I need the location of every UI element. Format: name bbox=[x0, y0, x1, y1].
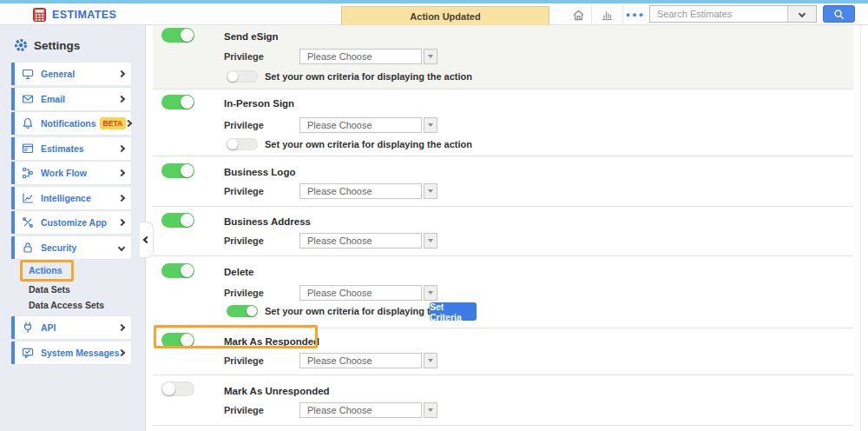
privilege-select-arrow-button[interactable] bbox=[424, 233, 437, 249]
privilege-label: Privilege bbox=[224, 186, 264, 196]
action-label: Delete bbox=[224, 267, 254, 277]
header-separator bbox=[622, 5, 623, 23]
toggle-knob bbox=[162, 382, 175, 395]
api-icon bbox=[22, 322, 34, 334]
action-row-delete: DeletePrivilegePlease ChooseSet your own… bbox=[153, 256, 853, 328]
privilege-select-arrow-button[interactable] bbox=[424, 402, 437, 418]
chevron-right-icon bbox=[125, 120, 132, 127]
criteria-toggle[interactable] bbox=[227, 70, 258, 83]
privilege-label: Privilege bbox=[224, 405, 264, 415]
sidebar-item-label: General bbox=[41, 69, 75, 79]
chevron-right-icon bbox=[118, 95, 125, 102]
privilege-select[interactable]: Please Choose bbox=[299, 117, 422, 133]
header: ESTIMATES Action Updated ●●● bbox=[0, 3, 868, 25]
sidebar-item-label: Intelligence bbox=[41, 193, 91, 203]
intelligence-icon bbox=[22, 192, 34, 204]
search-icon bbox=[833, 9, 845, 20]
action-label: In-Person Sign bbox=[224, 98, 294, 109]
dropdown-arrow-icon bbox=[428, 239, 433, 242]
sidebar-item-estimates[interactable]: Estimates bbox=[11, 137, 131, 160]
home-icon bbox=[571, 8, 586, 22]
privilege-label: Privilege bbox=[224, 355, 264, 366]
privilege-select[interactable]: Please Choose bbox=[299, 49, 422, 64]
action-toggle[interactable] bbox=[161, 95, 194, 109]
chevron-right-icon bbox=[118, 194, 125, 201]
sidebar-item-email[interactable]: Email bbox=[11, 88, 131, 110]
scrollbar-track[interactable] bbox=[860, 25, 861, 431]
collapse-sidebar-handle[interactable] bbox=[140, 222, 154, 258]
home-button[interactable] bbox=[567, 4, 589, 24]
sidebar-item-label: System Messages bbox=[41, 348, 119, 358]
search-dropdown-toggle[interactable] bbox=[787, 6, 816, 22]
sidebar-item-general[interactable]: General bbox=[11, 63, 131, 85]
sidebar-item-notifications[interactable]: NotificationsBETA bbox=[11, 112, 131, 135]
sidebar-item-work-flow[interactable]: Work Flow bbox=[11, 162, 131, 184]
chevron-down-icon bbox=[799, 10, 806, 17]
sidebar-item-system-messages[interactable]: System Messages bbox=[11, 341, 131, 364]
sidebar-item-intelligence[interactable]: Intelligence bbox=[11, 187, 131, 209]
toggle-knob bbox=[181, 96, 194, 109]
privilege-select-arrow-button[interactable] bbox=[424, 117, 437, 133]
sidebar-item-api[interactable]: API bbox=[11, 316, 131, 339]
calculator-icon bbox=[33, 8, 46, 22]
settings-title: Settings bbox=[34, 39, 80, 52]
privilege-select-arrow-button[interactable] bbox=[424, 183, 437, 199]
action-toggle[interactable] bbox=[161, 163, 194, 178]
search-input[interactable] bbox=[650, 6, 787, 22]
chevron-left-icon bbox=[142, 236, 149, 243]
action-row-business-address: Business AddressPrivilegePlease Choose bbox=[153, 207, 853, 256]
sidebar-subitem-actions[interactable]: Actions bbox=[29, 265, 62, 275]
estimates-icon bbox=[22, 143, 34, 155]
sidebar-item-customize-app[interactable]: Customize App bbox=[11, 211, 131, 234]
action-toggle[interactable] bbox=[161, 263, 194, 278]
sidebar-subitem-data-access-sets[interactable]: Data Access Sets bbox=[29, 300, 104, 310]
privilege-select-arrow-button[interactable] bbox=[424, 49, 437, 64]
reports-button[interactable] bbox=[595, 4, 618, 24]
sidebar: Settings GeneralEmailNotificationsBETAEs… bbox=[0, 25, 146, 431]
general-icon bbox=[22, 68, 34, 80]
sidebar-item-label: Notifications bbox=[41, 118, 96, 129]
bar-chart-icon bbox=[600, 8, 615, 22]
settings-header: Settings bbox=[14, 38, 80, 52]
criteria-toggle[interactable] bbox=[227, 138, 258, 150]
privilege-select[interactable]: Please Choose bbox=[299, 233, 422, 249]
action-toggle[interactable] bbox=[161, 213, 194, 228]
toggle-knob bbox=[227, 139, 238, 149]
sidebar-subitem-data-sets[interactable]: Data Sets bbox=[29, 284, 70, 295]
toggle-knob bbox=[181, 164, 194, 177]
criteria-label: Set your own criteria for displaying the… bbox=[265, 71, 472, 82]
dropdown-arrow-icon bbox=[428, 55, 433, 58]
dropdown-arrow-icon bbox=[428, 359, 433, 362]
privilege-select[interactable]: Please Choose bbox=[299, 183, 422, 199]
action-toggle[interactable] bbox=[161, 28, 194, 43]
dropdown-arrow-icon bbox=[428, 123, 433, 127]
chevron-right-icon bbox=[118, 144, 125, 151]
action-label: Business Logo bbox=[224, 167, 295, 177]
more-menu-button[interactable]: ●●● bbox=[625, 4, 646, 24]
privilege-select[interactable]: Please Choose bbox=[299, 285, 422, 301]
privilege-select-arrow-button[interactable] bbox=[424, 353, 437, 368]
privilege-label: Privilege bbox=[224, 235, 264, 246]
action-toggle[interactable] bbox=[161, 381, 194, 396]
criteria-toggle[interactable] bbox=[227, 305, 258, 317]
sidebar-item-label: Customize App bbox=[41, 217, 107, 228]
privilege-label: Privilege bbox=[224, 120, 264, 130]
action-row-mark-as-responded: Mark As RespondedPrivilegePlease Choose bbox=[153, 328, 853, 375]
privilege-select[interactable]: Please Choose bbox=[299, 353, 422, 368]
toggle-knob bbox=[181, 29, 194, 42]
toggle-knob bbox=[247, 306, 257, 316]
gear-icon bbox=[14, 38, 28, 52]
app-logo[interactable]: ESTIMATES bbox=[33, 7, 116, 23]
app-window: ESTIMATES Action Updated ●●● bbox=[0, 0, 868, 431]
toggle-knob bbox=[181, 334, 194, 347]
privilege-select[interactable]: Please Choose bbox=[299, 402, 422, 418]
sidebar-item-label: Security bbox=[41, 242, 76, 253]
sidebar-item-security[interactable]: Security bbox=[11, 236, 131, 259]
action-toggle[interactable] bbox=[161, 333, 194, 348]
action-label: Send eSign bbox=[224, 31, 279, 42]
privilege-select-arrow-button[interactable] bbox=[424, 285, 437, 301]
action-row-send-esign: Send eSignPrivilegePlease ChooseSet your… bbox=[153, 25, 853, 90]
set-criteria-button[interactable]: Set Criteria bbox=[430, 302, 477, 321]
search-button[interactable] bbox=[823, 5, 855, 23]
dropdown-arrow-icon bbox=[428, 291, 433, 295]
